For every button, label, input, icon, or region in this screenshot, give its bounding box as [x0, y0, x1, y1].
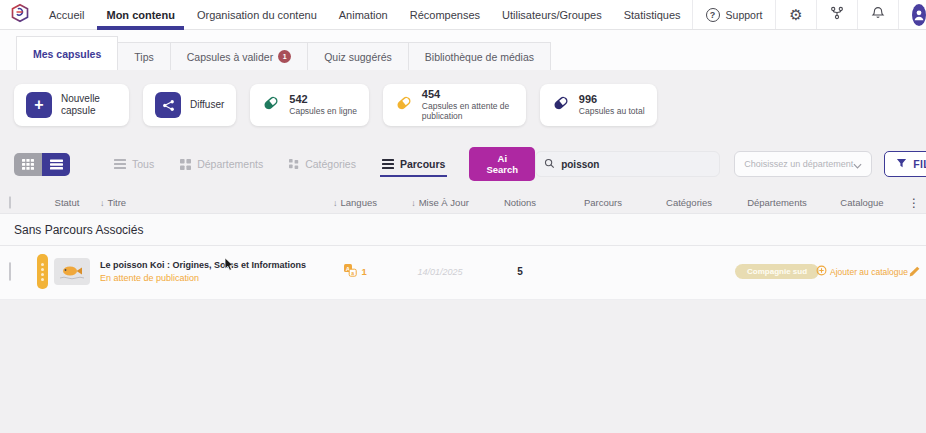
- search-input[interactable]: [561, 159, 711, 170]
- add-to-catalog-icon: [816, 265, 827, 278]
- support-button[interactable]: ? Support: [692, 0, 776, 29]
- top-bar-right: ? Support ⚙: [692, 0, 926, 29]
- view-mode-toggle: [14, 153, 70, 176]
- notifications-button[interactable]: [857, 0, 898, 29]
- status-pill: [37, 254, 48, 289]
- chevron-down-icon: [853, 155, 862, 173]
- scope-departements[interactable]: Départements: [180, 158, 263, 170]
- diffuse-label: Diffuser: [190, 99, 224, 111]
- nav-item-statistiques[interactable]: Statistiques: [613, 0, 692, 29]
- capsule-icon: [395, 94, 413, 116]
- tab-tips[interactable]: Tips: [118, 42, 170, 70]
- scope-parcours[interactable]: Parcours: [382, 158, 446, 170]
- mouse-cursor: [224, 257, 235, 277]
- header-label: Mise À Jour: [419, 197, 469, 208]
- department-badge: Compagnie sud: [735, 264, 819, 279]
- select-all-checkbox[interactable]: [9, 196, 11, 209]
- user-menu[interactable]: matthieu.benier-pisani@beed.. (pour Beed…: [898, 0, 926, 29]
- nav-item-recompenses[interactable]: Récompenses: [399, 0, 491, 29]
- nav-item-organisation-du-contenu[interactable]: Organisation du contenu: [186, 0, 328, 29]
- capsule-status: En attente de publication: [100, 273, 306, 283]
- language-icon: A a: [343, 263, 357, 281]
- filters-button[interactable]: FILTRES: [884, 151, 926, 177]
- title-cell[interactable]: Le poisson Koi : Origines, Soins et Info…: [100, 260, 310, 283]
- nav-item-mon-contenu[interactable]: Mon contenu: [95, 0, 185, 29]
- new-capsule-label: Nouvelle capsule: [61, 93, 117, 117]
- grid-view-button[interactable]: [14, 153, 42, 176]
- squares-icon: [289, 159, 299, 169]
- header-label: Langues: [341, 197, 377, 208]
- tab-mes-capsules[interactable]: Mes capsules: [16, 36, 118, 70]
- header-titre[interactable]: ↓ Titre: [100, 197, 310, 208]
- updated-date: 14/01/2025: [400, 267, 480, 277]
- tab-label: Tips: [134, 51, 153, 63]
- filter-bar: Tous Départements Catégories Parcours Ai…: [0, 150, 926, 178]
- header-label: Titre: [108, 197, 127, 208]
- settings-button[interactable]: ⚙: [775, 0, 815, 29]
- plus-icon: +: [26, 92, 52, 118]
- scope-label: Départements: [197, 158, 263, 170]
- search-icon: [544, 155, 555, 173]
- list-view-button[interactable]: [42, 153, 70, 176]
- gear-icon: ⚙: [789, 7, 802, 22]
- header-label: Notions: [504, 197, 536, 208]
- header-catalogue[interactable]: Catalogue: [822, 197, 902, 208]
- nav-item-animation[interactable]: Animation: [328, 0, 399, 29]
- edit-button[interactable]: [902, 265, 926, 278]
- table-row[interactable]: Le poisson Koi : Origines, Soins et Info…: [0, 246, 926, 300]
- department-placeholder: Choisissez un département: [744, 159, 853, 169]
- ai-search-button[interactable]: Ai Search: [469, 147, 535, 181]
- app-logo[interactable]: [8, 0, 38, 29]
- scope-label: Tous: [132, 158, 154, 170]
- header-notions[interactable]: Notions: [480, 197, 560, 208]
- nav-item-utilisateurs-groupes[interactable]: Utilisateurs/Groupes: [491, 0, 613, 29]
- scope-tous[interactable]: Tous: [114, 158, 154, 170]
- sort-icon: ↓: [333, 198, 338, 208]
- scope-label: Parcours: [400, 158, 446, 170]
- grid-icon: [180, 159, 191, 170]
- pending-count-badge: 1: [278, 50, 291, 63]
- header-categories[interactable]: Catégories: [646, 197, 732, 208]
- capsule-title[interactable]: Le poisson Koi : Origines, Soins et Info…: [100, 260, 306, 270]
- new-capsule-button[interactable]: + Nouvelle capsule: [14, 84, 129, 126]
- app-window: Accueil Mon contenu Organisation du cont…: [0, 0, 926, 433]
- tab-bibliotheque-de-medias[interactable]: Bibliothèque de médias: [409, 42, 551, 70]
- top-bar: Accueil Mon contenu Organisation du cont…: [0, 0, 926, 30]
- tab-capsules-a-valider[interactable]: Capsules à valider 1: [171, 42, 308, 70]
- header-statut[interactable]: Statut: [34, 197, 100, 208]
- header-mise-a-jour[interactable]: ↓ Mise À Jour: [400, 197, 480, 208]
- stat-label: Capsules en ligne: [289, 107, 357, 117]
- list-icon: [114, 159, 126, 169]
- integrations-button[interactable]: [816, 0, 857, 29]
- language-count: 1: [361, 266, 366, 277]
- stat-card-pending: 454 Capsules en attente de publication: [383, 84, 526, 126]
- diffuse-button[interactable]: Diffuser: [143, 84, 236, 126]
- main-nav: Accueil Mon contenu Organisation du cont…: [38, 0, 692, 29]
- content-tabs: Mes capsules Tips Capsules à valider 1 Q…: [0, 30, 926, 70]
- support-label: Support: [726, 9, 763, 21]
- department-select[interactable]: Choisissez un département: [734, 151, 872, 177]
- branch-icon: [830, 6, 844, 24]
- column-options-icon[interactable]: ⋮: [902, 196, 926, 210]
- header-parcours[interactable]: Parcours: [560, 197, 646, 208]
- add-to-catalog-link[interactable]: Ajouter au catalogue: [822, 265, 902, 278]
- capsule-thumbnail[interactable]: [54, 258, 90, 285]
- stat-value: 542: [289, 93, 357, 107]
- avatar: [912, 4, 926, 26]
- nav-item-accueil[interactable]: Accueil: [38, 0, 95, 29]
- header-label: Parcours: [584, 197, 622, 208]
- scope-categories[interactable]: Catégories: [289, 158, 356, 170]
- header-label: Départements: [747, 197, 807, 208]
- header-langues[interactable]: ↓ Langues: [310, 197, 400, 208]
- stat-card-online: 542 Capsules en ligne: [250, 84, 369, 126]
- tab-quiz-suggeres[interactable]: Quiz suggérés: [308, 42, 409, 70]
- filters-label: FILTRES: [913, 158, 926, 170]
- search-box[interactable]: [535, 151, 720, 177]
- capsule-icon: [262, 94, 280, 116]
- row-checkbox[interactable]: [9, 262, 11, 281]
- statut-cell: [34, 254, 100, 289]
- cards-row: + Nouvelle capsule Diffuser: [0, 70, 926, 126]
- header-departements[interactable]: Départements: [732, 197, 822, 208]
- langues-cell: A a 1: [310, 263, 400, 281]
- stat-label: Capsules en attente de publication: [422, 102, 514, 122]
